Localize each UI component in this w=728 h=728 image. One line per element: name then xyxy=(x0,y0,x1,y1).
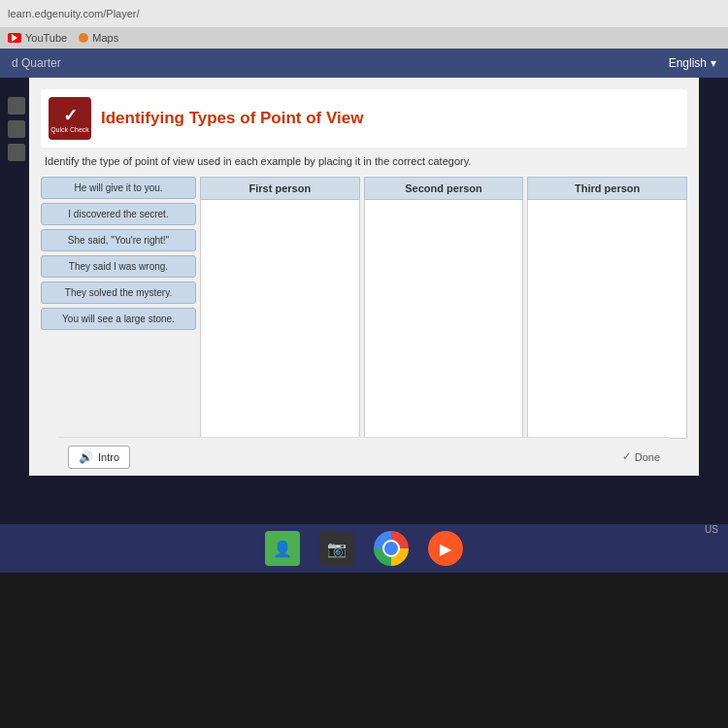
second-person-drop-zone[interactable] xyxy=(364,200,524,439)
card-header: ✓ Quick Check Identifying Types of Point… xyxy=(41,89,687,148)
first-person-drop-zone[interactable] xyxy=(200,200,360,439)
intro-button[interactable]: 🔊 Intro xyxy=(68,446,130,469)
drag-item-4[interactable]: They solved the mystery. xyxy=(41,281,196,304)
badge-label: Quick Check xyxy=(50,126,89,133)
quick-check-badge: ✓ Quick Check xyxy=(49,97,91,140)
language-label: English xyxy=(669,56,707,70)
files-icon: 👤 xyxy=(273,540,292,558)
youtube-icon xyxy=(8,33,21,43)
drag-item-5[interactable]: You will see a large stone. xyxy=(41,308,196,330)
third-person-column: Third person xyxy=(527,177,687,439)
browser-url: learn.edgenuity.com/Player/ xyxy=(8,8,140,19)
done-button[interactable]: ✓ Done xyxy=(622,450,660,463)
drag-item-3[interactable]: They said I was wrong. xyxy=(41,255,196,278)
instructions: Identify the type of point of view used … xyxy=(41,155,687,167)
taskbar-icon-camera[interactable]: 📷 xyxy=(319,531,354,566)
language-selector[interactable]: English ▾ xyxy=(669,56,716,70)
youtube-tab[interactable]: YouTube xyxy=(8,32,67,44)
tool-icon-2[interactable] xyxy=(8,120,25,138)
quarter-label: d Quarter xyxy=(12,56,61,70)
maps-tab[interactable]: Maps xyxy=(79,32,118,44)
second-person-column: Second person xyxy=(364,177,524,439)
third-person-drop-zone[interactable] xyxy=(527,200,687,439)
side-tools xyxy=(8,97,25,161)
taskbar-icon-chrome[interactable] xyxy=(374,531,409,566)
camera-icon: 📷 xyxy=(327,540,347,558)
drag-item-1[interactable]: I discovered the secret. xyxy=(41,203,196,225)
third-person-header: Third person xyxy=(527,177,687,200)
youtube-tab-label: YouTube xyxy=(25,32,67,44)
first-person-header: First person xyxy=(200,177,360,200)
done-check-icon: ✓ xyxy=(622,450,631,463)
drag-item-2[interactable]: She said, "You're right!" xyxy=(41,229,196,251)
intro-label: Intro xyxy=(98,451,119,463)
play-icon: ▶ xyxy=(440,540,451,558)
maps-tab-label: Maps xyxy=(92,32,118,44)
speaker-icon: 🔊 xyxy=(79,450,93,464)
tool-icon-3[interactable] xyxy=(8,144,25,161)
taskbar-icons: 👤 📷 ▶ xyxy=(0,524,728,573)
keyboard-area xyxy=(0,573,728,728)
locale-label: US xyxy=(705,524,718,535)
first-person-column: First person xyxy=(200,177,360,439)
taskbar-icon-files[interactable]: 👤 xyxy=(265,531,300,566)
drag-drop-container: He will give it to you. I discovered the… xyxy=(41,177,687,439)
check-icon: ✓ xyxy=(63,105,78,126)
maps-icon xyxy=(79,33,88,43)
drag-item-0[interactable]: He will give it to you. xyxy=(41,177,196,199)
bottom-bar: 🔊 Intro ✓ Done xyxy=(58,437,670,476)
taskbar-icon-play[interactable]: ▶ xyxy=(428,531,463,566)
done-label: Done xyxy=(635,451,660,463)
card-title: Identifying Types of Point of View xyxy=(101,109,363,128)
tool-icon-1[interactable] xyxy=(8,97,25,115)
items-column: He will give it to you. I discovered the… xyxy=(41,177,196,439)
second-person-header: Second person xyxy=(364,177,524,200)
content-area: ✓ Quick Check Identifying Types of Point… xyxy=(29,78,699,476)
chevron-down-icon: ▾ xyxy=(711,56,716,70)
